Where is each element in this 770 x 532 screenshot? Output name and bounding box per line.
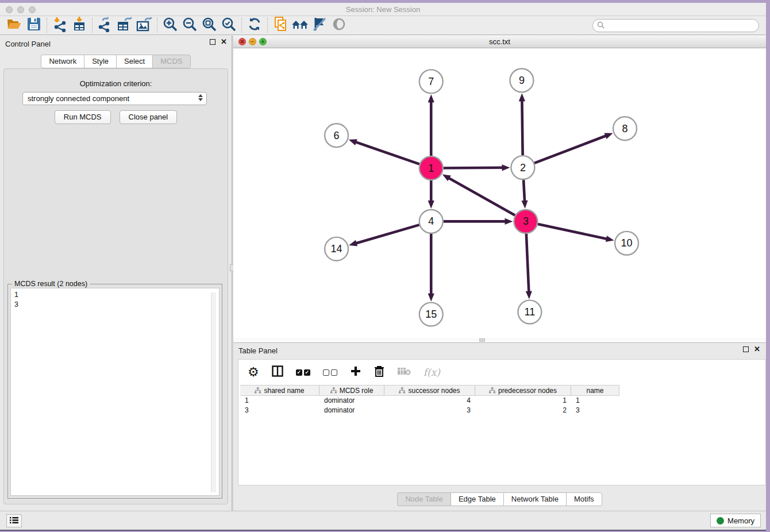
deselect-all-button[interactable] xyxy=(323,369,337,376)
graph-node-label: 1 xyxy=(428,163,434,174)
import-table-button[interactable] xyxy=(70,17,89,34)
add-row-button[interactable] xyxy=(350,365,361,379)
graph-edge-3-1[interactable] xyxy=(448,178,515,215)
result-scrollbar[interactable] xyxy=(211,292,216,492)
memory-label: Memory xyxy=(727,516,754,525)
delete-column-button[interactable] xyxy=(397,367,411,378)
graph-edge-1-2[interactable] xyxy=(444,168,503,168)
search-input[interactable] xyxy=(607,22,759,30)
export-network-button[interactable] xyxy=(95,17,115,34)
edge-arrowhead xyxy=(349,240,357,246)
zoom-out-icon xyxy=(182,16,198,34)
close-panel-icon[interactable]: ✕ xyxy=(221,39,227,45)
float-panel-icon[interactable] xyxy=(743,346,749,352)
tab-node-table[interactable]: Node Table xyxy=(397,492,451,506)
control-panel: Control Panel ✕ Network Style Select MCD… xyxy=(0,36,232,511)
table-options-button[interactable]: ⚙ xyxy=(248,366,259,379)
table-cell: 3 xyxy=(571,406,619,415)
criterion-dropdown[interactable]: strongly connected component xyxy=(22,92,207,105)
first-neighbors-button[interactable] xyxy=(290,17,310,34)
tab-edge-table[interactable]: Edge Table xyxy=(451,492,503,506)
save-session-button[interactable] xyxy=(24,17,44,34)
zoom-in-icon xyxy=(162,16,178,34)
show-column-button[interactable] xyxy=(272,365,283,379)
memory-button[interactable]: Memory xyxy=(710,514,761,527)
unchecked-box-icon xyxy=(323,369,329,376)
graph-edge-1-6[interactable] xyxy=(355,142,419,164)
float-panel-icon[interactable] xyxy=(210,39,215,45)
column-header-shared-name[interactable]: shared name xyxy=(240,385,319,395)
table-row[interactable]: 3dominator323 xyxy=(240,406,619,415)
clone-network-icon xyxy=(272,16,288,35)
open-session-button[interactable] xyxy=(5,17,24,34)
apply-layout-button[interactable] xyxy=(245,17,264,34)
mcds-result-text[interactable]: 1 3 xyxy=(10,288,220,496)
export-image-icon xyxy=(136,16,153,34)
zoom-in-button[interactable] xyxy=(160,17,180,34)
delete-row-button[interactable] xyxy=(374,365,384,379)
hide-graphics-details-button[interactable] xyxy=(310,17,329,34)
import-network-button[interactable] xyxy=(50,17,70,34)
export-table-button[interactable] xyxy=(115,17,134,34)
control-panel-tabs: Network Style Select MCDS xyxy=(0,55,232,68)
column-header-successor-nodes[interactable]: successor nodes xyxy=(384,385,475,395)
table-cell: 3 xyxy=(240,406,319,415)
canvas-hscrollbar[interactable] xyxy=(233,338,766,342)
close-panel-icon[interactable]: ✕ xyxy=(754,346,760,352)
export-table-icon xyxy=(116,16,133,34)
graph-edge-3-11[interactable] xyxy=(526,234,529,292)
clone-network-button[interactable] xyxy=(271,17,290,34)
table-cell: 2 xyxy=(475,406,571,415)
show-graphics-details-button[interactable] xyxy=(329,17,349,34)
search-field[interactable] xyxy=(592,19,759,32)
zoom-fit-button[interactable] xyxy=(199,17,219,34)
import-network-icon xyxy=(52,16,68,34)
canvas-hscroll-thumb[interactable] xyxy=(479,338,485,342)
graph-edge-2-3[interactable] xyxy=(523,180,525,202)
graph-edge-2-8[interactable] xyxy=(534,136,606,163)
chevron-updown-icon xyxy=(198,94,203,101)
tab-motifs[interactable]: Motifs xyxy=(566,492,602,506)
export-image-button[interactable] xyxy=(134,17,154,34)
column-header-mcds-role[interactable]: MCDS role xyxy=(319,385,384,395)
control-panel-title: Control Panel xyxy=(5,40,51,48)
homes-icon xyxy=(291,17,309,34)
toolbar-separator xyxy=(267,18,268,33)
edge-arrowhead xyxy=(505,218,513,225)
table-cell: 1 xyxy=(475,396,571,406)
edge-arrowhead xyxy=(428,94,434,102)
graph-node-label: 7 xyxy=(428,76,434,87)
zoom-out-button[interactable] xyxy=(180,17,199,34)
gear-icon: ⚙ xyxy=(248,366,259,379)
graph-edge-3-10[interactable] xyxy=(538,224,607,239)
mcds-panel: Optimization criterion: strongly connect… xyxy=(3,68,228,504)
select-all-button[interactable]: ✓✓ xyxy=(296,369,310,376)
network-view-window: ✕ − + scc.txt 1234678910111415 xyxy=(233,36,766,343)
tab-network-table[interactable]: Network Table xyxy=(503,492,566,506)
network-canvas[interactable]: 1234678910111415 xyxy=(233,48,766,338)
tab-style[interactable]: Style xyxy=(84,55,116,68)
table-row[interactable]: 1dominator411 xyxy=(240,396,619,406)
checked-box-icon: ✓ xyxy=(296,369,302,376)
tab-select[interactable]: Select xyxy=(116,55,152,68)
tab-mcds[interactable]: MCDS xyxy=(152,55,190,68)
task-history-button[interactable] xyxy=(6,514,22,527)
graph-node-label: 8 xyxy=(622,123,628,134)
plus-icon xyxy=(350,365,361,379)
export-network-icon xyxy=(97,16,113,34)
tab-network[interactable]: Network xyxy=(41,55,84,68)
zoom-selected-button[interactable] xyxy=(219,17,238,34)
close-panel-button[interactable]: Close panel xyxy=(120,110,178,124)
table-panel-title: Table Panel xyxy=(238,346,278,355)
column-header-predecessor-nodes[interactable]: predecessor nodes xyxy=(475,385,571,395)
table-panel-tabs: Node Table Edge Table Network Table Moti… xyxy=(233,492,766,506)
graph-edge-2-9[interactable] xyxy=(522,100,522,155)
apply-function-button[interactable]: f(x) xyxy=(424,367,440,378)
edge-arrowhead xyxy=(428,201,434,209)
run-mcds-button[interactable]: Run MCDS xyxy=(55,110,111,124)
graph-edge-4-14[interactable] xyxy=(356,225,419,243)
checked-box-icon: ✓ xyxy=(304,369,310,376)
columns-icon xyxy=(272,365,283,379)
column-header-name[interactable]: name xyxy=(571,385,619,395)
app-titlebar: Session: New Session xyxy=(0,3,766,16)
